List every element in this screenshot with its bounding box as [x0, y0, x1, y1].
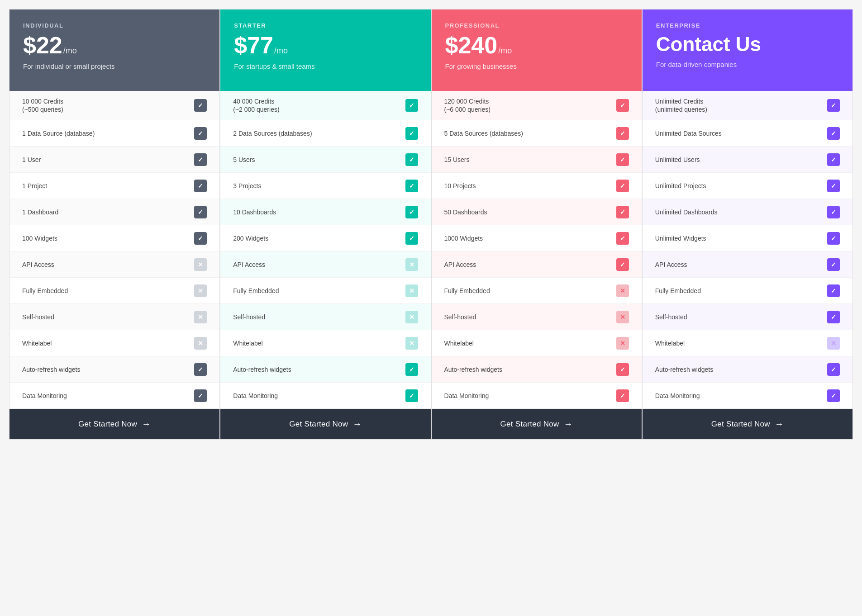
check-yes-icon: ✓ — [194, 363, 207, 376]
feature-label: Whitelabel — [22, 339, 52, 347]
plan-individual-features: 10 000 Credits (~500 queries)✓1 Data Sou… — [10, 91, 219, 409]
feature-row: 50 Dashboards✓ — [432, 199, 642, 225]
feature-row: 1 Dashboard✓ — [10, 199, 219, 225]
plan-professional-cta-arrow-icon: → — [564, 419, 573, 429]
plan-individual-cta-label: Get Started Now — [78, 420, 137, 429]
feature-label: 200 Widgets — [233, 234, 268, 242]
feature-row: Auto-refresh widgets✓ — [220, 356, 430, 383]
feature-label: 100 Widgets — [22, 234, 57, 242]
feature-row: API Access✕ — [220, 251, 430, 278]
plan-starter-name: STARTER — [234, 22, 417, 29]
check-yes-icon: ✓ — [194, 180, 207, 192]
feature-row: Unlimited Data Sources✓ — [643, 120, 852, 147]
check-no-icon: ✕ — [194, 284, 207, 297]
plan-individual-name: INDIVIDUAL — [23, 22, 206, 29]
plan-professional: PROFESSIONAL$240/moFor growing businesse… — [431, 9, 642, 440]
feature-label: Auto-refresh widgets — [655, 365, 713, 374]
feature-row: Auto-refresh widgets✓ — [432, 356, 642, 383]
feature-label: API Access — [444, 261, 476, 269]
feature-label: 10 000 Credits (~500 queries) — [22, 97, 63, 114]
plan-professional-tagline: For growing businesses — [445, 62, 628, 70]
feature-row: 1 Data Source (database)✓ — [10, 120, 219, 147]
feature-label: 120 000 Credits (~6 000 queries) — [444, 97, 491, 114]
check-yes-icon: ✓ — [827, 99, 840, 112]
plan-professional-cta-label: Get Started Now — [500, 420, 559, 429]
feature-label: 1 Project — [22, 182, 47, 190]
check-yes-icon: ✓ — [827, 232, 840, 245]
plan-enterprise-features: Unlimited Credits (unlimited queries)✓Un… — [643, 91, 852, 409]
feature-label: Auto-refresh widgets — [22, 365, 80, 374]
feature-row: Self-hosted✕ — [432, 304, 642, 330]
check-yes-icon: ✓ — [405, 99, 418, 112]
feature-row: 15 Users✓ — [432, 147, 642, 173]
check-no-icon: ✕ — [616, 284, 629, 297]
plan-enterprise-price: Contact Us — [656, 33, 839, 55]
feature-row: Unlimited Users✓ — [643, 147, 852, 173]
feature-row: Auto-refresh widgets✓ — [643, 356, 852, 383]
plan-professional-price: $240/mo — [445, 33, 628, 57]
plan-starter-cta-button[interactable]: Get Started Now→ — [220, 409, 430, 439]
feature-row: Whitelabel✕ — [432, 330, 642, 356]
check-no-icon: ✕ — [405, 337, 418, 350]
plan-starter-features: 40 000 Credits (~2 000 queries)✓2 Data S… — [220, 91, 430, 409]
check-yes-icon: ✓ — [616, 232, 629, 245]
feature-row: Data Monitoring✓ — [10, 383, 219, 409]
feature-label: API Access — [22, 261, 54, 269]
plan-enterprise: ENTERPRISEContact UsFor data-driven comp… — [642, 9, 853, 440]
check-yes-icon: ✓ — [405, 180, 418, 192]
feature-label: 1 User — [22, 156, 41, 164]
check-yes-icon: ✓ — [405, 206, 418, 218]
feature-label: Data Monitoring — [233, 392, 278, 400]
feature-row: 5 Users✓ — [220, 147, 430, 173]
plan-professional-cta-button[interactable]: Get Started Now→ — [432, 409, 642, 439]
check-yes-icon: ✓ — [194, 127, 207, 140]
plan-professional-name: PROFESSIONAL — [445, 22, 628, 29]
feature-row: Data Monitoring✓ — [432, 383, 642, 409]
feature-label: Self-hosted — [655, 313, 687, 321]
feature-label: Data Monitoring — [655, 392, 700, 400]
plan-enterprise-cta-button[interactable]: Get Started Now→ — [643, 409, 852, 439]
check-yes-icon: ✓ — [827, 363, 840, 376]
feature-row: Self-hosted✕ — [220, 304, 430, 330]
feature-row: API Access✓ — [643, 251, 852, 278]
feature-label: Data Monitoring — [444, 392, 489, 400]
feature-label: 40 000 Credits (~2 000 queries) — [233, 97, 279, 114]
check-yes-icon: ✓ — [405, 127, 418, 140]
feature-label: Data Monitoring — [22, 392, 67, 400]
check-no-icon: ✕ — [194, 337, 207, 350]
feature-label: 15 Users — [444, 156, 470, 164]
feature-row: 10 000 Credits (~500 queries)✓ — [10, 91, 219, 120]
plan-individual-price-amount: $22 — [23, 33, 62, 57]
feature-row: Unlimited Dashboards✓ — [643, 199, 852, 225]
feature-label: 2 Data Sources (databases) — [233, 129, 312, 137]
feature-row: Unlimited Widgets✓ — [643, 225, 852, 251]
feature-label: 10 Dashboards — [233, 208, 276, 216]
plan-individual-tagline: For individual or small projects — [23, 62, 206, 70]
feature-row: 3 Projects✓ — [220, 173, 430, 199]
feature-label: Auto-refresh widgets — [233, 365, 291, 374]
check-yes-icon: ✓ — [405, 232, 418, 245]
feature-label: Whitelabel — [655, 339, 685, 347]
plan-starter-price-amount: $77 — [234, 33, 273, 57]
feature-row: API Access✓ — [432, 251, 642, 278]
check-no-icon: ✕ — [194, 311, 207, 323]
check-yes-icon: ✓ — [827, 180, 840, 192]
feature-row: 10 Projects✓ — [432, 173, 642, 199]
check-yes-icon: ✓ — [827, 389, 840, 402]
plan-starter-price: $77/mo — [234, 33, 417, 57]
check-yes-icon: ✓ — [827, 258, 840, 271]
feature-row: Self-hosted✓ — [643, 304, 852, 330]
check-yes-icon: ✓ — [827, 153, 840, 166]
pricing-table: INDIVIDUAL$22/moFor individual or small … — [9, 9, 853, 440]
feature-label: 1 Data Source (database) — [22, 129, 95, 137]
check-no-icon: ✕ — [194, 258, 207, 271]
plan-professional-features: 120 000 Credits (~6 000 queries)✓5 Data … — [432, 91, 642, 409]
feature-row: 200 Widgets✓ — [220, 225, 430, 251]
plan-individual-cta-button[interactable]: Get Started Now→ — [10, 409, 219, 439]
feature-row: Whitelabel✕ — [220, 330, 430, 356]
plan-professional-price-unit: /mo — [498, 47, 512, 55]
check-yes-icon: ✓ — [405, 389, 418, 402]
feature-label: API Access — [233, 261, 265, 269]
plan-enterprise-tagline: For data-driven companies — [656, 61, 839, 68]
feature-row: API Access✕ — [10, 251, 219, 278]
